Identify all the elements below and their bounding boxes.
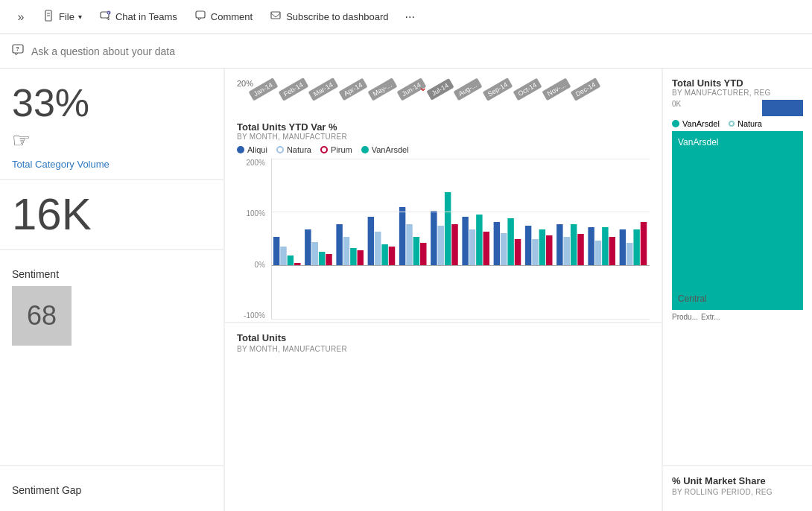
right-panel: Total Units YTD BY MANUFACTURER, REG 0K … [663,69,812,511]
svg-rect-30 [431,211,437,265]
product-labels: Produ... Extr... [672,313,803,321]
svg-rect-22 [368,217,374,265]
blue-bar [762,100,803,116]
total-units-ytd-tile[interactable]: Total Units YTD BY MANUFACTURER, REG 0K … [663,69,812,465]
month-chip-may[interactable]: May-... [367,77,396,101]
toolbar: » File ▾ T Chat in Teams [0,0,812,34]
svg-rect-54 [620,229,626,265]
month-chip-jul[interactable]: Jul-14 [426,78,454,100]
month-chip-aug[interactable]: Aug-... [454,78,483,101]
svg-rect-23 [375,232,381,265]
svg-rect-53 [609,237,615,265]
file-icon [43,10,55,24]
svg-rect-14 [305,229,311,265]
total-units-tile[interactable]: Total Units BY MONTH, MANUFACTURER [225,323,662,511]
month-chip-mar[interactable]: Mar-14 [308,77,338,101]
more-options-button[interactable]: ··· [399,6,420,28]
svg-rect-44 [539,229,545,265]
svg-rect-52 [602,227,608,265]
svg-rect-48 [571,224,577,265]
cursor-marker: ⌄ [419,81,428,93]
month-chip-feb[interactable]: Feb-14 [278,77,308,101]
svg-rect-17 [326,254,332,265]
ok-label: 0K [672,100,681,108]
svg-rect-18 [336,224,342,265]
big-number-tile[interactable]: 16K [0,180,223,249]
svg-rect-45 [546,235,552,265]
svg-rect-38 [494,222,500,265]
teal-chart-area: VanArsdel Central [672,131,803,310]
units-ytd-var-tile[interactable]: 20% Jan-14 Feb-14 Mar-14 Apr-14 May-... … [225,69,662,322]
svg-rect-55 [627,243,632,265]
pirum-dot [320,146,328,153]
svg-rect-36 [476,215,482,265]
vanarsdel-label: VanArsdel [372,145,409,154]
svg-rect-28 [413,237,419,265]
right-vanarsdel-label: VanArsdel [682,119,720,128]
right-legend: VanArsdel Natura [672,119,803,128]
file-label: File [59,11,74,22]
units-ytd-var-subtitle: BY MONTH, MANUFACTURER [237,133,650,141]
teams-icon: T [100,10,112,24]
chat-in-teams-button[interactable]: T Chat in Teams [92,5,185,28]
pirum-label: Pirum [331,145,352,154]
subscribe-button[interactable]: Subscribe to dashboard [263,5,396,28]
big-number-value: 16K [12,192,212,237]
chart-legend: Aliqui Natura Pirum VanArsdel [237,145,650,154]
svg-rect-32 [445,192,451,265]
sentiment-box: 68 [12,286,72,346]
extr-label: Extr... [701,313,720,321]
right-natura-label: Natura [738,119,762,128]
natura-dot [276,146,284,153]
svg-rect-16 [319,252,325,265]
svg-rect-43 [532,239,538,265]
dashboard: 33% ☞ Total Category Volume 16K Sentimen… [0,69,812,511]
chat-in-teams-label: Chat in Teams [115,11,177,22]
right-legend-natura: Natura [729,119,762,128]
unit-market-share-tile[interactable]: % Unit Market Share BY ROLLING PERIOD, R… [663,466,812,511]
svg-rect-34 [462,217,468,265]
svg-rect-29 [420,243,426,265]
month-chip-nov[interactable]: Nov-... [542,78,571,101]
svg-rect-40 [507,218,513,265]
svg-rect-42 [525,226,531,265]
file-button[interactable]: File ▾ [36,5,89,28]
sentiment-gap-label: Sentiment Gap [12,484,212,496]
expand-button[interactable]: » [9,5,33,29]
y-label-neg100: -100% [244,311,265,320]
svg-rect-11 [280,247,286,265]
svg-rect-56 [633,229,639,265]
comment-icon [195,10,207,24]
sentiment-gap-tile[interactable]: Sentiment Gap [0,466,223,511]
comment-label: Comment [211,11,253,22]
svg-rect-57 [641,222,647,265]
more-icon: ··· [405,10,414,23]
y-label-0: 0% [255,261,265,269]
total-category-volume-tile[interactable]: 33% ☞ Total Category Volume [0,69,223,179]
qa-input[interactable] [31,45,800,57]
month-chip-sep[interactable]: Sep-14 [482,77,513,101]
units-ytd-var-title: Total Units YTD Var % [237,121,650,133]
svg-rect-27 [406,224,412,265]
svg-rect-10 [273,237,279,265]
svg-rect-25 [389,247,395,265]
svg-rect-47 [564,237,570,265]
right-legend-vanarsdel: VanArsdel [672,119,720,128]
svg-rect-50 [588,227,594,265]
month-chip-oct[interactable]: Oct-14 [513,78,542,101]
file-chevron-icon: ▾ [78,13,82,21]
total-category-volume-title: Total Category Volume [12,159,212,170]
right-natura-dot [729,121,735,127]
produ-label: Produ... [672,313,698,321]
central-bar-label: Central [678,293,707,304]
qa-bar: ? [0,34,812,69]
sentiment-tile[interactable]: Sentiment 68 [0,250,223,465]
subscribe-icon [270,10,282,24]
svg-rect-24 [381,244,387,265]
month-chip-apr[interactable]: Apr-14 [338,78,367,101]
month-chip-dec[interactable]: Dec-14 [571,77,601,101]
svg-text:?: ? [16,45,19,52]
vanarsdel-dot [361,146,369,153]
aliqui-dot [237,146,244,153]
comment-button[interactable]: Comment [188,5,260,28]
